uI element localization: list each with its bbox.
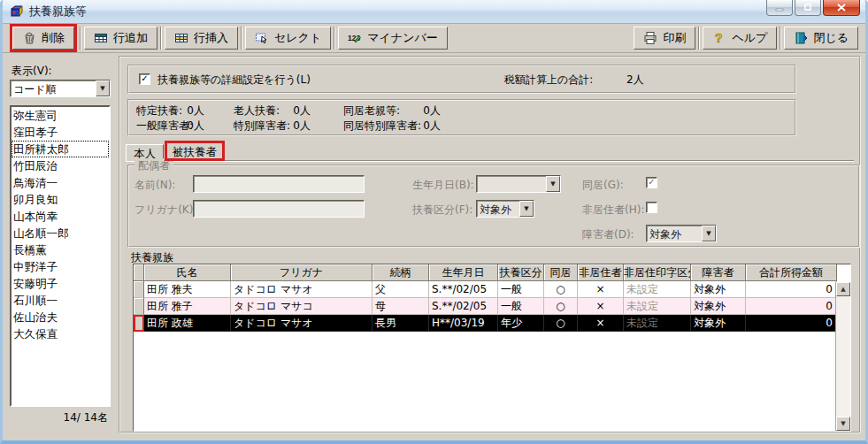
table-row[interactable]: 田所 雅子 タドコロ マサコ 母 S.**/02/05 一般 ○ × 未設定 対… — [134, 298, 837, 315]
insert-row-button[interactable]: 行挿入 — [165, 27, 238, 50]
list-item[interactable]: 大久保直 — [12, 325, 109, 342]
column-header[interactable]: 生年月日 — [429, 264, 498, 281]
select-button[interactable]: セレクト — [245, 27, 331, 50]
spouse-category-combobox[interactable]: 対象外 ▼ — [476, 200, 534, 218]
cell-relation[interactable]: 母 — [373, 298, 429, 315]
cell-name[interactable]: 田所 政雄 — [144, 315, 231, 332]
column-header[interactable]: 非居住者 — [578, 264, 624, 281]
chevron-down-icon: ▼ — [524, 205, 528, 212]
spouse-cohabit-checkbox[interactable]: ✓ — [646, 177, 657, 188]
list-item[interactable]: 鳥海清一 — [12, 174, 109, 191]
list-item[interactable]: 中野洋子 — [12, 258, 109, 275]
cell-cohabit[interactable]: ○ — [544, 315, 578, 332]
spouse-kana-input[interactable] — [193, 200, 365, 218]
column-header[interactable]: 氏名 — [144, 264, 231, 281]
cell-category[interactable]: 年少 — [498, 315, 544, 332]
column-header[interactable]: 非居住印字区分 — [624, 264, 691, 281]
row-marker[interactable] — [134, 281, 144, 298]
cell-print-class[interactable]: 未設定 — [624, 315, 691, 332]
list-item[interactable]: 石川順一 — [12, 292, 109, 309]
help-button[interactable]: ? ヘルプ — [703, 27, 777, 50]
cell-income[interactable]: 0 — [746, 315, 837, 332]
cell-disability[interactable]: 対象外 — [691, 315, 746, 332]
delete-button[interactable]: 削除 — [12, 27, 74, 50]
cell-kana[interactable]: タドコロ マサオ — [231, 315, 373, 332]
cell-nonresident[interactable]: × — [578, 298, 624, 315]
cell-birth[interactable]: H**/03/19 — [429, 315, 498, 332]
mynumber-button[interactable]: 123 マイナンバー — [338, 27, 448, 50]
spouse-disability-combobox[interactable]: 対象外 ▼ — [646, 225, 717, 242]
cell-category[interactable]: 一般 — [498, 281, 544, 298]
help-button-label: ヘルプ — [732, 30, 767, 46]
employee-listbox[interactable]: 弥生憲司 窪田孝子 田所耕太郎 竹田辰治 鳥海清一 卯月良知 山本尚幸 山名順一… — [10, 105, 111, 407]
column-header[interactable]: 続柄 — [373, 264, 429, 281]
tab-hifuyosha[interactable]: 被扶養者 — [165, 141, 225, 161]
spouse-nonresident-checkbox[interactable] — [646, 202, 657, 213]
list-item[interactable]: 安藤明子 — [12, 275, 109, 292]
maximize-button[interactable] — [795, 0, 821, 16]
cell-birth[interactable]: S.**/02/05 — [429, 281, 498, 298]
cell-nonresident[interactable]: × — [578, 315, 624, 332]
cell-category[interactable]: 一般 — [498, 298, 544, 315]
cell-relation[interactable]: 長男 — [373, 315, 429, 332]
cell-income[interactable]: 0 — [746, 298, 837, 315]
cell-birth[interactable]: S.**/02/05 — [429, 298, 498, 315]
cell-print-class[interactable]: 未設定 — [624, 281, 691, 298]
cell-cohabit[interactable]: ○ — [544, 298, 578, 315]
chevron-down-icon: ▼ — [550, 180, 555, 188]
sort-order-dropdown-button[interactable]: ▼ — [96, 80, 110, 96]
column-header[interactable]: 合計所得金額 — [746, 264, 837, 281]
cell-name[interactable]: 田所 雅夫 — [144, 281, 231, 298]
list-item[interactable]: 山名順一郎 — [12, 225, 109, 241]
spouse-name-input[interactable] — [193, 175, 365, 193]
cell-kana[interactable]: タドコロ マサコ — [231, 298, 373, 315]
minimize-button[interactable] — [766, 0, 793, 16]
titlebar[interactable]: 扶養親族等 — [3, 0, 865, 24]
close-window-button[interactable]: 閉じる — [784, 27, 858, 50]
summary-value: 0人 — [169, 119, 204, 134]
cell-disability[interactable]: 対象外 — [691, 298, 746, 315]
table-row-selected[interactable]: 田所 政雄 タドコロ マサオ 長男 H**/03/19 年少 ○ × 未設定 対… — [134, 315, 837, 332]
add-row-button[interactable]: 行追加 — [84, 27, 157, 50]
row-marker-highlighted[interactable] — [134, 315, 144, 332]
spouse-kana-label: フリガナ(K): — [134, 203, 196, 218]
cell-disability[interactable]: 対象外 — [691, 281, 746, 298]
list-item[interactable]: 竹田辰治 — [12, 157, 109, 174]
column-header[interactable]: 扶養区分 — [498, 264, 544, 281]
summary-value: 0人 — [399, 103, 441, 119]
cell-print-class[interactable]: 未設定 — [624, 298, 691, 315]
scroll-down-button[interactable]: ▼ — [836, 417, 850, 431]
cell-cohabit[interactable]: ○ — [544, 281, 578, 298]
detail-settings-checkbox[interactable]: ✓ — [139, 73, 150, 85]
close-icon — [837, 4, 846, 11]
cell-name[interactable]: 田所 雅子 — [144, 298, 231, 315]
table-vertical-scrollbar[interactable]: ▲ ▼ — [835, 282, 850, 431]
list-item[interactable]: 山本尚幸 — [12, 208, 109, 225]
close-button[interactable] — [823, 0, 860, 16]
row-marker[interactable] — [134, 298, 144, 315]
list-item[interactable]: 窪田孝子 — [12, 124, 109, 141]
toolbar-separator — [241, 27, 242, 50]
scroll-up-button[interactable]: ▲ — [836, 282, 850, 296]
spouse-category-dropdown-button[interactable]: ▼ — [519, 201, 534, 217]
list-item[interactable]: 長橋薫 — [12, 241, 109, 258]
list-item[interactable]: 佐山治夫 — [12, 309, 109, 325]
list-item-focused[interactable]: 田所耕太郎 — [12, 141, 109, 157]
spouse-disability-dropdown-button[interactable]: ▼ — [702, 226, 716, 241]
spouse-birth-combobox[interactable]: ▼ — [476, 175, 561, 193]
table-row[interactable]: 田所 雅夫 タドコロ マサオ 父 S.**/02/05 一般 ○ × 未設定 対… — [134, 281, 837, 298]
dependents-table: 氏名 フリガナ 続柄 生年月日 扶養区分 同居 非居住者 非居住印字区分 障害者… — [133, 264, 851, 432]
list-item[interactable]: 弥生憲司 — [12, 107, 109, 124]
spouse-category-label: 扶養区分(F): — [412, 203, 472, 218]
column-header[interactable]: 障害者 — [691, 264, 746, 281]
cell-relation[interactable]: 父 — [373, 281, 429, 298]
column-header[interactable]: フリガナ — [231, 264, 373, 281]
column-header[interactable]: 同居 — [544, 264, 578, 281]
cell-income[interactable]: 0 — [746, 281, 837, 298]
print-button[interactable]: 印刷 — [634, 27, 695, 50]
cell-nonresident[interactable]: × — [578, 281, 624, 298]
sort-order-combobox[interactable]: コード順 ▼ — [10, 80, 111, 97]
spouse-birth-dropdown-button[interactable]: ▼ — [546, 176, 560, 192]
list-item[interactable]: 卯月良知 — [12, 191, 109, 208]
cell-kana[interactable]: タドコロ マサオ — [231, 281, 373, 298]
